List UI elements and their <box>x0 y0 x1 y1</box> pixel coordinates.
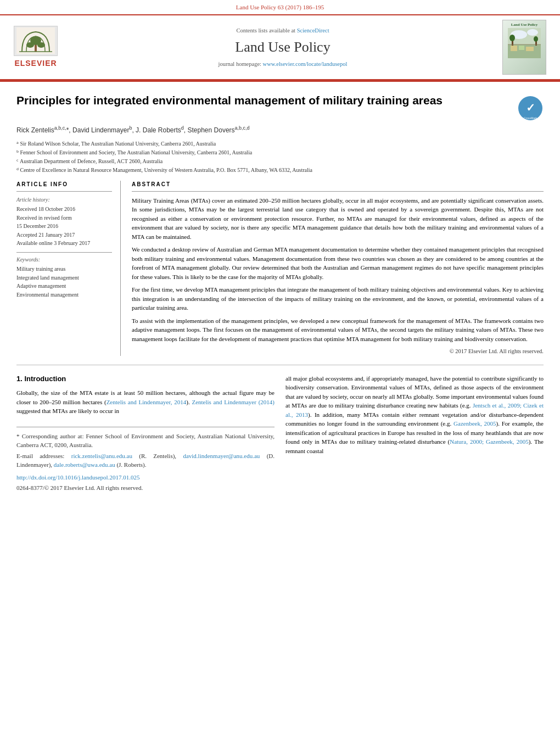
elsevier-brand-text: ELSEVIER <box>14 58 57 69</box>
keywords-divider <box>16 252 112 253</box>
keyword-1: Military training areas <box>16 265 112 274</box>
intro-right-para-1: all major global ecosystems and, if appr… <box>285 374 544 456</box>
intro-heading: 1. Introduction <box>16 374 275 384</box>
intro-left-para-1: Globally, the size of the MTA estate is … <box>16 388 275 416</box>
email-link-3[interactable]: dale.roberts@uwa.edu.au <box>54 461 115 468</box>
keyword-2: Integrated land management <box>16 274 112 282</box>
svg-point-16 <box>534 36 538 42</box>
crossmark-logo: ✓ CrossMark <box>517 95 544 121</box>
svg-rect-9 <box>519 46 524 50</box>
journal-volume-info: Land Use Policy 63 (2017) 186–195 <box>236 4 324 10</box>
email-link-1[interactable]: rick.zentelis@anu.edu.au <box>71 453 132 459</box>
affil-c: ᶜ Australian Department of Defence, Russ… <box>16 157 544 165</box>
svg-text:✓: ✓ <box>526 102 535 114</box>
affil-d: ᵈ Centre of Excellence in Natural Resour… <box>16 166 544 174</box>
journal-center: Contents lists available at ScienceDirec… <box>66 26 500 68</box>
abstract-para-4: To assist with the implementation of the… <box>132 316 544 344</box>
body-col-left: 1. Introduction Globally, the size of th… <box>16 374 275 494</box>
copyright-notice: © 2017 Elsevier Ltd. All rights reserved… <box>132 347 544 355</box>
available-online-date: Available online 3 February 2017 <box>16 239 112 248</box>
body-section: 1. Introduction Globally, the size of th… <box>16 374 544 494</box>
elsevier-logo: ELSEVIER <box>5 26 66 69</box>
article-title-row: Principles for integrated environmental … <box>16 93 544 121</box>
svg-rect-10 <box>526 47 534 51</box>
doi-link[interactable]: http://dx.doi.org/10.1016/j.landusepol.2… <box>16 474 139 481</box>
accepted-date: Accepted 21 January 2017 <box>16 231 112 239</box>
keyword-4: Environmental management <box>16 291 112 299</box>
article-history-label: Article history: <box>16 196 112 204</box>
keyword-3: Adaptive management <box>16 282 112 291</box>
received-revised-date: 15 December 2016 <box>16 222 112 231</box>
sciencedirect-link[interactable]: ScienceDirect <box>297 27 329 34</box>
article-info-heading: ARTICLE INFO <box>16 181 112 192</box>
journal-title: Land Use Policy <box>66 37 500 58</box>
svg-rect-1 <box>35 44 37 52</box>
journal-cover-thumbnail: Land Use Policy <box>500 20 549 75</box>
jentsch-link[interactable]: Jentsch et al., 2009; Cizek et al., 2013 <box>285 402 544 418</box>
zentelis-2014-link-1[interactable]: Zentelis and Lindenmayer, 2014 <box>107 399 187 405</box>
affil-a: ᵃ Sir Roland Wilson Scholar, The Austral… <box>16 140 544 148</box>
zentelis-2014-link-2[interactable]: Zentelis and Lindenmayer (2014) <box>192 399 275 405</box>
svg-text:CrossMark: CrossMark <box>524 116 537 120</box>
journal-homepage-url[interactable]: www.elsevier.com/locate/landusepol <box>263 61 348 67</box>
footnote-emails: E-mail addresses: rick.zentelis@anu.edu.… <box>16 451 275 470</box>
received-date: Received 18 October 2016 <box>16 205 112 214</box>
affil-b: ᵇ Fenner School of Environment and Socie… <box>16 148 544 157</box>
journal-homepage-line: journal homepage: www.elsevier.com/locat… <box>66 60 500 68</box>
journal-header: ELSEVIER Contents lists available at Sci… <box>0 14 560 80</box>
cover-title-text: Land Use Policy <box>511 23 538 27</box>
doi-line: http://dx.doi.org/10.1016/j.landusepol.2… <box>16 473 275 482</box>
authors-line: Rick Zentelisa,b,c,*, David Lindenmayerb… <box>16 125 544 135</box>
contents-line: Contents lists available at ScienceDirec… <box>66 26 500 35</box>
email-link-2[interactable]: david.lindenmayer@anu.edu.au <box>183 453 260 459</box>
footnote-star: * Corresponding author at: Fenner School… <box>16 432 275 450</box>
abstract-para-1: Military Training Areas (MTAs) cover an … <box>132 196 544 242</box>
svg-point-4 <box>37 42 45 48</box>
section-divider <box>16 365 544 365</box>
elsevier-tree-image <box>14 26 58 56</box>
natura-link[interactable]: Natura, 2000; Gazenbeek, 2005 <box>450 438 528 445</box>
abstract-heading: ABSTRACT <box>132 181 544 192</box>
info-abstract-cols: ARTICLE INFO Article history: Received 1… <box>16 181 544 355</box>
abstract-para-2: We conducted a desktop review of Austral… <box>132 245 544 281</box>
article-info-panel: ARTICLE INFO Article history: Received 1… <box>16 181 121 355</box>
footnote-area: * Corresponding author at: Fenner School… <box>16 427 275 493</box>
gazenbeek-link-1[interactable]: Gazenbeek, 2005 <box>453 420 496 427</box>
top-bar: Land Use Policy 63 (2017) 186–195 <box>0 0 560 14</box>
svg-point-14 <box>509 35 515 41</box>
svg-rect-8 <box>511 46 517 51</box>
svg-point-12 <box>527 29 538 36</box>
article-content: Principles for integrated environmental … <box>0 82 560 505</box>
received-revised-label: Received in revised form <box>16 214 112 222</box>
cover-image-box: Land Use Policy <box>502 20 546 75</box>
abstract-para-3: For the first time, we develop MTA manag… <box>132 285 544 313</box>
keywords-label: Keywords: <box>16 256 112 264</box>
abstract-panel: ABSTRACT Military Training Areas (MTAs) … <box>132 181 544 355</box>
body-col-right: all major global ecosystems and, if appr… <box>285 374 544 494</box>
affiliations: ᵃ Sir Roland Wilson Scholar, The Austral… <box>16 140 544 174</box>
svg-point-3 <box>26 42 34 48</box>
issn-line: 0264-8377/© 2017 Elsevier Ltd. All right… <box>16 483 275 493</box>
article-title: Principles for integrated environmental … <box>16 93 443 108</box>
